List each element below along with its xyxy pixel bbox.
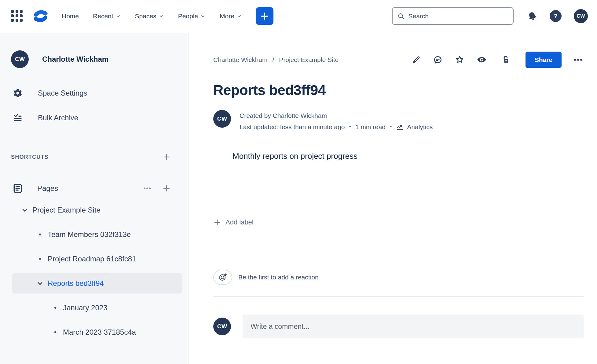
tree-item-label: March 2023 37185c4a xyxy=(63,328,136,337)
nav-spaces[interactable]: Spaces xyxy=(135,13,164,20)
nav-people-label: People xyxy=(178,13,198,20)
analytics-label: Analytics xyxy=(407,121,433,133)
user-avatar[interactable]: CW xyxy=(574,9,588,23)
analytics-link[interactable]: Analytics xyxy=(396,121,433,133)
bullet-icon: • xyxy=(54,328,57,337)
breadcrumb-separator: / xyxy=(272,56,274,64)
byline: CW Created by Charlotte Wickham Last upd… xyxy=(213,110,584,133)
bullet-icon: • xyxy=(54,304,57,312)
chevron-down-icon xyxy=(115,13,121,19)
space-sidebar: CW Charlotte Wickham Space Settings Bulk… xyxy=(0,33,189,364)
tree-item[interactable]: Reports bed3ff94 xyxy=(12,273,182,293)
sidebar-item-label: Space Settings xyxy=(38,89,87,97)
shortcuts-title: SHORTCUTS xyxy=(11,154,49,160)
page-tree: Project Example Site•Team Members 032f31… xyxy=(0,198,188,344)
add-label-button[interactable]: Add label xyxy=(213,218,254,226)
add-shortcut-button[interactable] xyxy=(161,151,172,162)
breadcrumb-space-link[interactable]: Charlotte Wickham xyxy=(213,56,267,64)
more-ellipsis-icon[interactable] xyxy=(573,54,584,65)
tree-item-label: Project Roadmap 61c8fc81 xyxy=(48,255,136,263)
unlock-icon[interactable] xyxy=(500,54,511,65)
pages-section-header[interactable]: Pages xyxy=(0,183,188,194)
comments-divider xyxy=(213,297,584,297)
add-reaction-button[interactable] xyxy=(213,270,232,285)
comment-input-box[interactable] xyxy=(243,315,584,338)
confluence-logo-icon[interactable] xyxy=(32,8,49,24)
commenter-avatar: CW xyxy=(213,318,231,335)
meta-dot: • xyxy=(348,121,351,133)
star-icon[interactable] xyxy=(454,54,465,65)
help-icon[interactable]: ? xyxy=(550,10,562,22)
tree-item[interactable]: •Project Roadmap 61c8fc81 xyxy=(12,247,182,271)
author-avatar[interactable]: CW xyxy=(213,110,231,128)
tree-item-label: January 2023 xyxy=(63,304,107,312)
search-icon xyxy=(397,12,405,20)
nav-more-label: More xyxy=(220,13,234,20)
nav-home[interactable]: Home xyxy=(62,13,79,20)
chevron-down-icon xyxy=(236,13,242,19)
tree-item-label: Reports bed3ff94 xyxy=(48,279,104,288)
topbar-right-cluster: ? CW xyxy=(527,9,588,23)
analytics-chart-icon xyxy=(396,123,404,131)
chevron-down-icon[interactable] xyxy=(36,280,44,287)
share-button[interactable]: Share xyxy=(526,52,562,68)
tree-item[interactable]: •Team Members 032f313e xyxy=(12,222,182,247)
plus-icon xyxy=(260,11,269,21)
chevron-down-icon xyxy=(159,13,164,19)
last-updated-text[interactable]: Last updated: less than a minute ago xyxy=(240,121,345,133)
app-switcher-icon[interactable] xyxy=(11,10,23,22)
created-by-text: Created by Charlotte Wickham xyxy=(240,110,433,121)
add-page-button[interactable] xyxy=(161,183,172,194)
space-name: Charlotte Wickham xyxy=(42,55,108,64)
page-title: Reports bed3ff94 xyxy=(213,82,584,98)
space-avatar: CW xyxy=(11,50,29,68)
shortcuts-section-header: SHORTCUTS xyxy=(0,151,188,162)
reactions-section: Be the first to add a reaction xyxy=(213,270,584,285)
chevron-down-icon[interactable] xyxy=(21,206,28,214)
sidebar-item-bulk-archive[interactable]: Bulk Archive xyxy=(0,109,188,126)
read-time-text: 1 min read xyxy=(355,121,386,133)
tree-item[interactable]: Project Example Site xyxy=(12,198,182,222)
bulk-archive-icon xyxy=(13,113,23,123)
pages-more-ellipsis-icon[interactable] xyxy=(141,183,153,194)
page-header: Charlotte Wickham / Project Example Site xyxy=(213,52,584,68)
comment-icon[interactable] xyxy=(432,54,443,65)
sidebar-item-label: Bulk Archive xyxy=(38,114,78,122)
tree-item[interactable]: •January 2023 xyxy=(12,296,182,320)
plus-icon xyxy=(213,218,221,226)
sidebar-item-space-settings[interactable]: Space Settings xyxy=(0,85,188,102)
reaction-prompt-text: Be the first to add a reaction xyxy=(238,274,319,281)
watch-eye-icon[interactable] xyxy=(476,54,487,65)
pages-icon xyxy=(12,183,23,194)
notifications-bell-icon[interactable] xyxy=(526,9,539,23)
create-button[interactable] xyxy=(256,7,273,25)
comment-section: CW xyxy=(213,315,584,338)
search-input[interactable] xyxy=(408,13,508,20)
breadcrumb-parent-link[interactable]: Project Example Site xyxy=(279,56,339,64)
primary-nav: Home Recent Spaces People More xyxy=(62,13,242,20)
meta-dot: • xyxy=(389,121,392,133)
tree-item[interactable]: •March 2023 37185c4a xyxy=(12,320,182,344)
space-header[interactable]: CW Charlotte Wickham xyxy=(0,33,188,68)
nav-more[interactable]: More xyxy=(220,13,242,20)
search-field[interactable] xyxy=(392,7,514,25)
page-actions: Share xyxy=(411,52,584,68)
add-label-text: Add label xyxy=(225,218,254,226)
comment-input[interactable] xyxy=(251,322,576,331)
breadcrumb: Charlotte Wickham / Project Example Site xyxy=(213,56,339,64)
plus-icon xyxy=(162,153,171,161)
bullet-icon: • xyxy=(39,230,41,239)
plus-icon xyxy=(162,184,171,193)
page-body-text: Monthly reports on project progress xyxy=(233,151,584,161)
tree-item-label: Project Example Site xyxy=(32,206,101,214)
edit-pencil-icon[interactable] xyxy=(411,55,421,65)
gear-icon xyxy=(13,88,23,98)
emoji-add-icon xyxy=(218,273,227,282)
top-navigation-bar: Home Recent Spaces People More xyxy=(0,0,597,32)
tree-item-label: Team Members 032f313e xyxy=(48,230,131,239)
nav-recent[interactable]: Recent xyxy=(93,13,121,20)
page-content: Charlotte Wickham / Project Example Site xyxy=(189,33,597,364)
nav-people[interactable]: People xyxy=(178,13,206,20)
pages-label: Pages xyxy=(37,184,58,193)
nav-spaces-label: Spaces xyxy=(135,13,156,20)
